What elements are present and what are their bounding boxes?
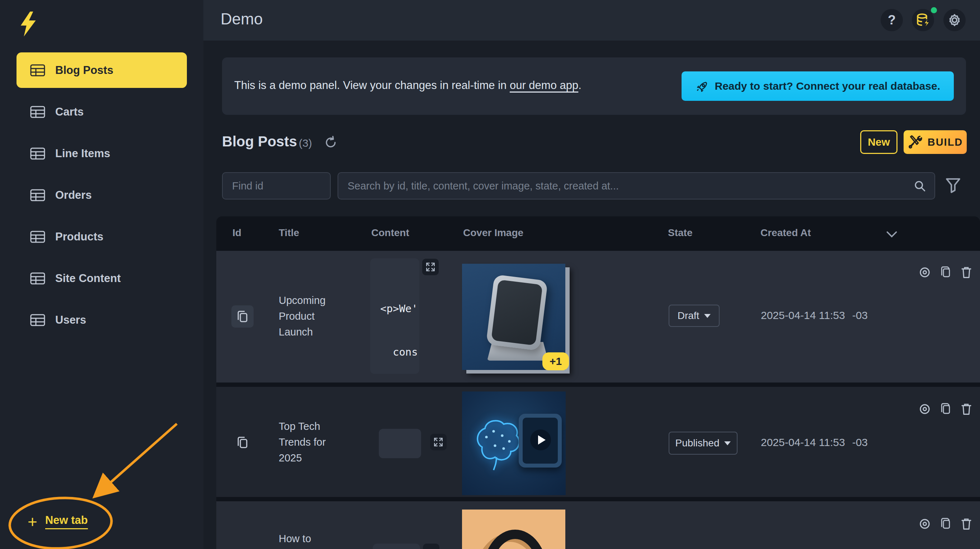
created-at-value: 2025-04-14 11:53 bbox=[761, 436, 845, 448]
expand-content-button[interactable] bbox=[422, 259, 439, 275]
view-record-button[interactable] bbox=[919, 403, 931, 415]
cell-created-at: 2025-04-14 11:53-03 bbox=[761, 436, 868, 449]
cell-cover-image[interactable] bbox=[462, 391, 566, 495]
state-dropdown[interactable]: Draft bbox=[669, 305, 719, 327]
connect-database-button[interactable]: Ready to start? Connect your real databa… bbox=[682, 72, 954, 101]
gear-icon bbox=[947, 13, 962, 27]
trash-icon bbox=[961, 266, 972, 279]
copy-id-button[interactable] bbox=[231, 431, 254, 454]
sidebar-item-label: Site Content bbox=[55, 272, 121, 285]
sidebar-item-line-items[interactable]: Line Items bbox=[16, 136, 187, 171]
table-row[interactable]: Top Tech Trends for 2025 <p>As bbox=[216, 387, 980, 497]
trash-icon bbox=[961, 403, 972, 415]
sidebar-item-orders[interactable]: Orders bbox=[16, 177, 187, 213]
caret-down-icon bbox=[704, 314, 711, 318]
expand-icon bbox=[433, 437, 444, 447]
table-icon bbox=[30, 189, 45, 201]
cell-content-code: <p>As bbox=[379, 429, 421, 458]
caret-down-icon bbox=[724, 441, 731, 445]
device-screen-inner bbox=[491, 280, 543, 345]
filter-icon[interactable] bbox=[945, 178, 961, 194]
find-id-field bbox=[222, 172, 331, 199]
records-table: Id Title Content Cover Image State Creat… bbox=[216, 216, 980, 549]
eye-icon bbox=[919, 518, 931, 530]
collection-title: Blog Posts bbox=[222, 134, 297, 150]
cell-created-at: 2025-04-14 11:53-03 bbox=[761, 309, 868, 321]
state-dropdown[interactable]: Published bbox=[669, 432, 738, 455]
settings-button[interactable] bbox=[943, 9, 966, 31]
help-button[interactable]: ? bbox=[881, 9, 903, 31]
search-icon bbox=[914, 180, 926, 192]
cover-image-brain bbox=[462, 391, 566, 495]
copy-icon bbox=[940, 266, 951, 279]
device-screen bbox=[486, 275, 548, 351]
search-input[interactable] bbox=[347, 180, 914, 193]
column-header-created-at[interactable]: Created At bbox=[760, 227, 811, 239]
new-tab-button[interactable]: + New tab bbox=[28, 514, 88, 529]
sidebar-item-blog-posts[interactable]: Blog Posts bbox=[16, 53, 187, 88]
column-header-cover-image[interactable]: Cover Image bbox=[463, 227, 523, 239]
column-header-state[interactable]: State bbox=[668, 227, 692, 239]
row-actions bbox=[919, 517, 972, 530]
copy-icon bbox=[940, 517, 951, 530]
column-header-id[interactable]: Id bbox=[232, 227, 242, 239]
cell-cover-image[interactable] bbox=[462, 509, 565, 549]
row-separator bbox=[216, 497, 980, 501]
database-button[interactable] bbox=[912, 9, 934, 31]
rocket-icon bbox=[695, 80, 708, 92]
connect-database-label: Ready to start? Connect your real databa… bbox=[714, 80, 940, 92]
cell-title: Top Tech Trends for 2025 bbox=[279, 419, 350, 466]
duplicate-record-button[interactable] bbox=[939, 266, 952, 279]
sidebar-item-carts[interactable]: Carts bbox=[16, 94, 187, 129]
delete-record-button[interactable] bbox=[960, 403, 972, 415]
sidebar-item-site-content[interactable]: Site Content bbox=[16, 261, 187, 296]
status-dot bbox=[931, 7, 937, 13]
delete-record-button[interactable] bbox=[960, 266, 972, 279]
search-field bbox=[337, 172, 935, 199]
column-header-title[interactable]: Title bbox=[279, 227, 299, 239]
build-button[interactable]: BUILD bbox=[904, 130, 967, 154]
table-row[interactable]: How to bbox=[216, 501, 980, 549]
sidebar-item-products[interactable]: Products bbox=[16, 219, 187, 255]
table-icon bbox=[30, 231, 45, 243]
plus-icon: + bbox=[28, 514, 37, 529]
timezone-value: -03 bbox=[852, 436, 868, 448]
cell-cover-image[interactable]: +1 bbox=[462, 264, 565, 370]
play-button-icon bbox=[530, 430, 551, 450]
new-tab-label: New tab bbox=[45, 514, 88, 529]
sidebar-item-label: Line Items bbox=[55, 147, 110, 160]
new-record-button[interactable]: New bbox=[860, 130, 897, 154]
expand-content-button[interactable] bbox=[423, 544, 439, 549]
brain-graphic bbox=[469, 411, 523, 479]
more-images-badge: +1 bbox=[542, 352, 569, 370]
new-record-label: New bbox=[868, 136, 890, 148]
sidebar-item-users[interactable]: Users bbox=[16, 302, 187, 337]
database-lightning-icon bbox=[915, 13, 931, 28]
demo-banner: This is a demo panel. View your changes … bbox=[222, 57, 966, 115]
chevron-down-icon[interactable] bbox=[886, 231, 897, 238]
cell-title: How to bbox=[279, 531, 350, 546]
cell-content-code bbox=[373, 544, 420, 549]
column-header-content[interactable]: Content bbox=[371, 227, 409, 239]
row-separator bbox=[216, 382, 980, 387]
copy-id-button[interactable] bbox=[231, 306, 254, 328]
view-record-button[interactable] bbox=[919, 266, 931, 279]
table-row[interactable]: Upcoming Product Launch <p>We' cons cons… bbox=[216, 251, 980, 382]
demo-app-link[interactable]: our demo app bbox=[510, 79, 578, 91]
delete-record-button[interactable] bbox=[960, 517, 972, 530]
refresh-icon[interactable] bbox=[324, 136, 337, 149]
expand-icon bbox=[425, 262, 436, 272]
cover-image-headphones bbox=[462, 509, 565, 549]
banner-text: This is a demo panel. View your changes … bbox=[234, 79, 581, 92]
duplicate-record-button[interactable] bbox=[939, 517, 952, 530]
timezone-value: -03 bbox=[852, 309, 868, 321]
view-record-button[interactable] bbox=[919, 517, 931, 530]
row-actions bbox=[919, 266, 972, 279]
duplicate-record-button[interactable] bbox=[939, 403, 952, 415]
app-root: Blog Posts Carts Line Items bbox=[0, 0, 980, 549]
build-label: BUILD bbox=[928, 136, 963, 148]
code-line: <p>We' bbox=[380, 299, 419, 318]
expand-content-button[interactable] bbox=[430, 434, 447, 450]
banner-text-before: This is a demo panel. View your changes … bbox=[234, 79, 510, 91]
copy-icon bbox=[236, 436, 248, 449]
